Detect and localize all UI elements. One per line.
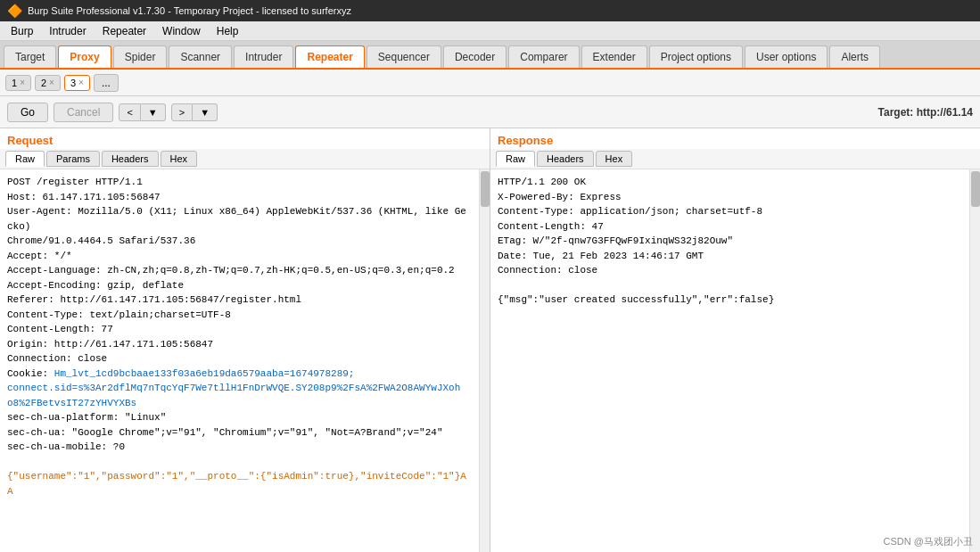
title-text: Burp Suite Professional v1.7.30 - Tempor… xyxy=(28,5,351,16)
menu-help[interactable]: Help xyxy=(210,23,246,39)
nav-prev-group: < ▼ xyxy=(119,103,165,121)
tab-scanner[interactable]: Scanner xyxy=(169,45,232,68)
next-button[interactable]: > xyxy=(171,103,193,121)
tab-target[interactable]: Target xyxy=(4,45,56,68)
response-panel: Response Raw Headers Hex HTTP/1.1 200 OK… xyxy=(490,128,980,552)
tab-alerts[interactable]: Alerts xyxy=(829,45,880,68)
tab-extender[interactable]: Extender xyxy=(581,45,647,68)
sub-tab-bar: 1 × 2 × 3 × ... xyxy=(0,70,980,96)
response-scrollbar[interactable] xyxy=(969,169,980,552)
go-button[interactable]: Go xyxy=(7,103,48,122)
tab-sequencer[interactable]: Sequencer xyxy=(366,45,441,68)
menu-intruder[interactable]: Intruder xyxy=(42,23,93,39)
sub-tab-2-label: 2 xyxy=(41,78,46,88)
sub-tab-2[interactable]: 2 × xyxy=(35,75,61,91)
toolbar: Go Cancel < ▼ > ▼ Target: http://61.14 xyxy=(0,96,980,128)
response-title: Response xyxy=(490,128,980,149)
menu-repeater[interactable]: Repeater xyxy=(95,23,153,39)
close-tab-1-icon[interactable]: × xyxy=(20,78,25,87)
menu-bar: Burp Intruder Repeater Window Help xyxy=(0,21,980,41)
response-tab-hex[interactable]: Hex xyxy=(596,151,633,167)
request-scrollbar-thumb[interactable] xyxy=(481,171,490,207)
prev-dropdown-button[interactable]: ▼ xyxy=(141,103,166,121)
close-tab-2-icon[interactable]: × xyxy=(49,78,54,87)
nav-next-group: > ▼ xyxy=(171,103,218,121)
sub-tab-1[interactable]: 1 × xyxy=(5,75,31,91)
main-content: Request Raw Params Headers Hex POST /reg… xyxy=(0,128,980,552)
close-tab-3-icon[interactable]: × xyxy=(78,78,84,87)
tab-repeater[interactable]: Repeater xyxy=(295,45,364,68)
request-content: POST /register HTTP/1.1 Host: 61.147.171… xyxy=(0,169,490,552)
more-tabs-button[interactable]: ... xyxy=(94,74,119,92)
response-content: HTTP/1.1 200 OK X-Powered-By: Express Co… xyxy=(490,169,980,552)
response-tabs: Raw Headers Hex xyxy=(490,149,980,169)
target-label: Target: http://61.14 xyxy=(878,106,973,119)
prev-button[interactable]: < xyxy=(119,103,140,121)
sub-tab-1-label: 1 xyxy=(12,78,17,88)
tab-comparer[interactable]: Comparer xyxy=(508,45,579,68)
response-scrollbar-thumb[interactable] xyxy=(971,171,980,207)
tab-decoder[interactable]: Decoder xyxy=(443,45,506,68)
tab-intruder[interactable]: Intruder xyxy=(234,45,293,68)
menu-window[interactable]: Window xyxy=(155,23,208,39)
tab-project-options[interactable]: Project options xyxy=(649,45,743,68)
sub-tab-3-label: 3 xyxy=(70,78,76,88)
request-panel: Request Raw Params Headers Hex POST /reg… xyxy=(0,128,490,552)
main-tab-bar: Target Proxy Spider Scanner Intruder Rep… xyxy=(0,41,980,70)
request-tab-raw[interactable]: Raw xyxy=(5,151,45,167)
app-icon: 🔶 xyxy=(7,4,22,18)
sub-tab-3[interactable]: 3 × xyxy=(64,75,90,91)
response-tab-headers[interactable]: Headers xyxy=(537,151,594,167)
menu-burp[interactable]: Burp xyxy=(4,23,40,39)
request-scrollbar[interactable] xyxy=(479,169,490,552)
response-text-area[interactable]: HTTP/1.1 200 OK X-Powered-By: Express Co… xyxy=(490,169,969,552)
cancel-button[interactable]: Cancel xyxy=(54,103,113,122)
response-tab-raw[interactable]: Raw xyxy=(496,151,535,167)
tab-proxy[interactable]: Proxy xyxy=(58,45,111,68)
tab-user-options[interactable]: User options xyxy=(745,45,828,68)
request-tab-params[interactable]: Params xyxy=(46,151,100,167)
request-tab-headers[interactable]: Headers xyxy=(102,151,159,167)
title-bar: 🔶 Burp Suite Professional v1.7.30 - Temp… xyxy=(0,0,980,21)
next-dropdown-button[interactable]: ▼ xyxy=(193,103,218,121)
request-title: Request xyxy=(0,128,490,149)
tab-spider[interactable]: Spider xyxy=(113,45,168,68)
watermark: CSDN @马戏团小丑 xyxy=(884,535,973,548)
request-tab-hex[interactable]: Hex xyxy=(161,151,198,167)
request-text-area[interactable]: POST /register HTTP/1.1 Host: 61.147.171… xyxy=(0,169,479,552)
request-tabs: Raw Params Headers Hex xyxy=(0,149,490,169)
